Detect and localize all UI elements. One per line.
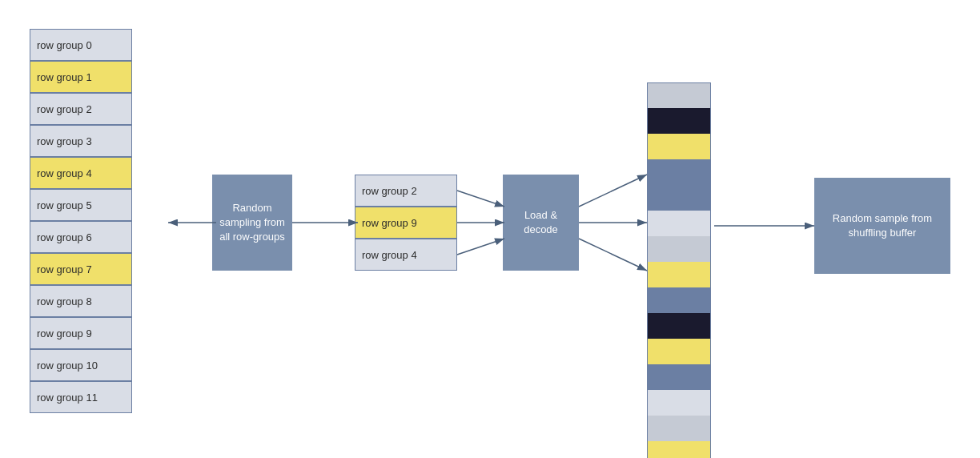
buffer-stripe-8 [647,287,711,313]
sampled-item-2: row group 4 [355,239,457,271]
buffer-stripe-4 [647,185,711,211]
sampled-item-0: row group 2 [355,175,457,207]
row-group-item-5: row group 5 [30,189,132,221]
row-group-item-4: row group 4 [30,157,132,189]
random-sampling-label: Random sampling from all row-groups [219,201,286,245]
sampled-box: row group 2row group 9row group 4 [355,175,457,271]
buffer-stripe-7 [647,262,711,287]
row-group-item-11: row group 11 [30,381,132,413]
row-group-item-6: row group 6 [30,221,132,253]
row-group-item-3: row group 3 [30,125,132,157]
diagram-container: row group 0row group 1row group 2row gro… [0,0,980,458]
buffer-stripe-13 [647,416,711,441]
row-group-item-0: row group 0 [30,29,132,61]
load-decode-label: Load & decode [509,208,572,237]
row-group-item-9: row group 9 [30,317,132,349]
buffer-stripe-2 [647,134,711,159]
row-group-item-8: row group 8 [30,285,132,317]
row-group-item-7: row group 7 [30,253,132,285]
random-sampling-box: Random sampling from all row-groups [212,175,292,271]
buffer-stripe-12 [647,390,711,416]
arrow-sampled-to-load-3 [457,239,504,255]
buffer-stripe-1 [647,108,711,134]
buffer-stripe-3 [647,159,711,185]
buffer-stripe-11 [647,364,711,390]
row-groups-list: row group 0row group 1row group 2row gro… [30,29,132,413]
arrow-load-to-buffer-3 [579,239,647,271]
buffer-stripe-5 [647,211,711,236]
row-group-item-1: row group 1 [30,61,132,93]
row-group-item-2: row group 2 [30,93,132,125]
arrow-load-to-buffer-1 [579,175,647,207]
shuffling-buffer [647,82,711,458]
random-sample-box: Random sample from shuffling buffer [814,178,950,274]
row-group-item-10: row group 10 [30,349,132,381]
buffer-stripe-0 [647,82,711,108]
load-decode-box: Load & decode [503,175,579,271]
buffer-stripe-10 [647,339,711,364]
random-sample-label: Random sample from shuffling buffer [821,211,944,240]
arrow-sampled-to-load-1 [457,191,504,207]
buffer-stripe-6 [647,236,711,262]
buffer-stripe-9 [647,313,711,339]
sampled-item-1: row group 9 [355,207,457,239]
buffer-stripe-14 [647,441,711,458]
